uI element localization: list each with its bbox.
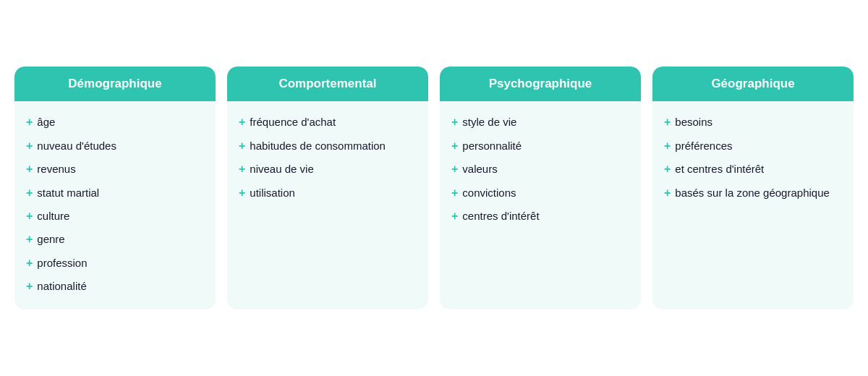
item-text: utilisation — [250, 185, 295, 200]
card-geographique: Géographique+besoins+préférences+et cent… — [652, 67, 854, 309]
item-text: revenus — [37, 161, 75, 176]
plus-icon: + — [26, 278, 33, 294]
item-text: centres d'intérêt — [462, 208, 539, 223]
card-body-psychographique: +style de vie+personnalité+valeurs+convi… — [440, 101, 641, 239]
card-demographique: Démographique+âge+nuveau d'études+revenu… — [14, 67, 216, 309]
list-item: +centres d'intérêt — [451, 208, 629, 224]
plus-icon: + — [26, 185, 33, 201]
list-item: +profession — [26, 255, 204, 271]
plus-icon: + — [26, 231, 33, 247]
list-item: +utilisation — [239, 185, 417, 201]
list-item: +fréquence d'achat — [239, 114, 417, 130]
item-text: besoins — [675, 114, 712, 129]
item-text: personnalité — [462, 138, 522, 153]
list-item: +besoins — [664, 114, 842, 130]
item-text: style de vie — [462, 114, 516, 129]
list-item: +niveau de vie — [239, 161, 417, 177]
card-header-psychographique: Psychographique — [440, 67, 641, 101]
list-item: +personnalité — [451, 138, 629, 154]
plus-icon: + — [664, 114, 671, 130]
plus-icon: + — [26, 255, 33, 271]
item-text: basés sur la zone géographique — [675, 185, 830, 200]
segmentation-grid: Démographique+âge+nuveau d'études+revenu… — [14, 67, 854, 309]
list-item: +habitudes de consommation — [239, 138, 417, 154]
item-text: fréquence d'achat — [250, 114, 336, 129]
list-item: +nuveau d'études — [26, 138, 204, 154]
card-body-comportemental: +fréquence d'achat+habitudes de consomma… — [227, 101, 428, 215]
list-item: +statut martial — [26, 185, 204, 201]
plus-icon: + — [239, 138, 245, 154]
card-header-comportemental: Comportemental — [227, 67, 428, 101]
plus-icon: + — [451, 185, 458, 201]
plus-icon: + — [239, 161, 245, 177]
list-item: +convictions — [451, 185, 629, 201]
item-text: niveau de vie — [250, 161, 313, 176]
item-text: genre — [37, 231, 64, 247]
card-header-geographique: Géographique — [652, 67, 854, 101]
plus-icon: + — [26, 208, 33, 224]
plus-icon: + — [26, 114, 33, 130]
card-psychographique: Psychographique+style de vie+personnalit… — [440, 67, 641, 309]
list-item: +genre — [26, 231, 204, 247]
plus-icon: + — [451, 114, 458, 130]
item-text: convictions — [462, 185, 516, 200]
item-text: statut martial — [37, 185, 99, 200]
list-item: +style de vie — [451, 114, 629, 130]
item-text: valeurs — [462, 161, 497, 176]
list-item: +et centres d'intérêt — [664, 161, 842, 177]
plus-icon: + — [26, 161, 33, 177]
card-header-demographique: Démographique — [14, 67, 216, 101]
list-item: +basés sur la zone géographique — [664, 185, 842, 201]
plus-icon: + — [664, 161, 671, 177]
list-item: +âge — [26, 114, 204, 130]
list-item: +préférences — [664, 138, 842, 154]
item-text: préférences — [675, 138, 732, 153]
item-text: et centres d'intérêt — [675, 161, 764, 176]
plus-icon: + — [239, 114, 245, 130]
plus-icon: + — [26, 138, 33, 154]
card-comportemental: Comportemental+fréquence d'achat+habitud… — [227, 67, 428, 309]
plus-icon: + — [451, 208, 458, 224]
card-body-geographique: +besoins+préférences+et centres d'intérê… — [652, 101, 854, 215]
plus-icon: + — [239, 185, 245, 201]
list-item: +revenus — [26, 161, 204, 177]
item-text: nationalité — [37, 278, 86, 294]
list-item: +valeurs — [451, 161, 629, 177]
item-text: culture — [37, 208, 69, 223]
list-item: +culture — [26, 208, 204, 224]
plus-icon: + — [664, 138, 671, 154]
card-body-demographique: +âge+nuveau d'études+revenus+statut mart… — [14, 101, 216, 309]
plus-icon: + — [451, 138, 458, 154]
item-text: nuveau d'études — [37, 138, 116, 153]
item-text: profession — [37, 255, 87, 270]
plus-icon: + — [664, 185, 671, 201]
list-item: +nationalité — [26, 278, 204, 294]
item-text: habitudes de consommation — [250, 138, 386, 153]
item-text: âge — [37, 114, 55, 129]
plus-icon: + — [451, 161, 458, 177]
